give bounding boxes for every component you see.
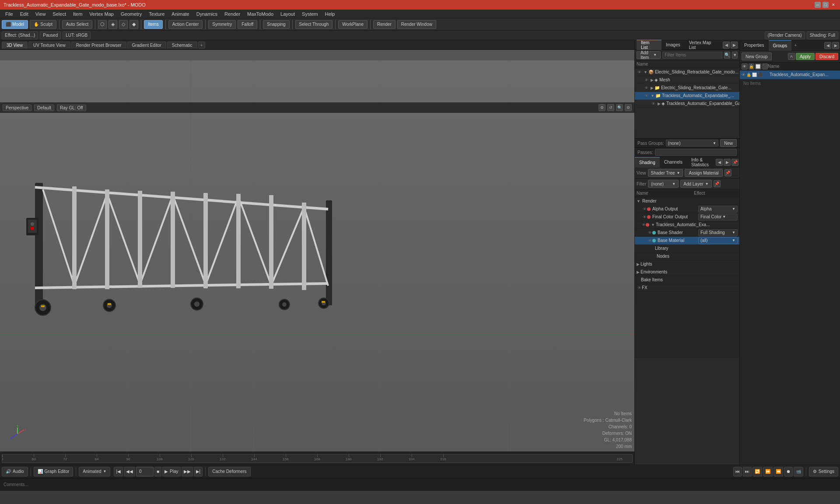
default-button[interactable]: Default	[34, 105, 54, 111]
pb-icon-5[interactable]: ⏪	[774, 467, 783, 476]
action-center-button[interactable]: Action Center	[168, 20, 203, 29]
prev-key-button[interactable]: ◀◀	[124, 467, 135, 476]
settings-button[interactable]: ⚙ Settings	[809, 467, 838, 476]
menu-help[interactable]: Help	[322, 10, 339, 18]
menu-dynamics[interactable]: Dynamics	[193, 10, 221, 18]
shader-base-material[interactable]: 👁 Base Material (all) ▼	[635, 237, 739, 245]
effect-button[interactable]: Effect: (Shad...)	[2, 32, 38, 39]
filter-items-input[interactable]	[662, 52, 722, 59]
groups-col-icon-3[interactable]: ⬜	[755, 63, 761, 70]
pb-icon-2[interactable]: ⏭	[743, 467, 752, 476]
shader-nodes[interactable]: Nodes	[635, 252, 739, 260]
tab-info-statistics[interactable]: Info & Statistics	[687, 157, 716, 168]
play-button[interactable]: ▶ Play	[162, 467, 180, 476]
shader-environments[interactable]: ▶ Environments	[635, 268, 739, 276]
tree-item-trackless[interactable]: 👁 ▼ 📁 Trackless_Automatic_Expandable_...	[635, 92, 739, 100]
shader-lights[interactable]: ▶ Lights	[635, 260, 739, 268]
select-through-button[interactable]: Select Through	[295, 20, 333, 29]
tab-item-list[interactable]: Item List	[637, 40, 662, 50]
new-pass-group-button[interactable]: New	[720, 139, 737, 147]
shader-render[interactable]: ▼ Render	[635, 197, 739, 205]
shading-panel-pin[interactable]: 📌	[732, 159, 738, 166]
menu-geometry[interactable]: Geometry	[117, 10, 145, 18]
viewport-settings-icon[interactable]: ⚙	[598, 104, 606, 111]
comments-input[interactable]	[4, 482, 836, 487]
menu-maxtomodo[interactable]: MaxToModo	[244, 10, 277, 18]
render-window-button[interactable]: Render Window	[397, 20, 436, 29]
filter-dropdown[interactable]: (none) ▼	[648, 180, 679, 188]
tab-channels[interactable]: Channels	[660, 157, 687, 168]
tab-schematic[interactable]: Schematic	[167, 42, 197, 49]
pb-icon-6[interactable]: ⏺	[784, 467, 793, 476]
tree-item-mesh[interactable]: 👁 ▶ ◈ Mesh	[635, 76, 739, 84]
go-start-button[interactable]: |◀	[114, 467, 123, 476]
groups-icon-2[interactable]: ▶	[832, 42, 839, 49]
shader-fx[interactable]: 👁 FX	[635, 284, 739, 292]
perspective-button[interactable]: Perspective	[3, 105, 32, 111]
alpha-dropdown[interactable]: Alpha ▼	[698, 206, 738, 213]
viewport-reset-icon[interactable]: ↺	[607, 104, 614, 111]
close-button[interactable]: ✕	[830, 2, 836, 8]
stop-button[interactable]: ■	[154, 467, 161, 476]
tool-icon-4[interactable]: ◆	[130, 20, 138, 29]
shading-filter-icon[interactable]: 📌	[724, 169, 732, 176]
frame-counter[interactable]: 0	[136, 467, 154, 476]
add-layer-button[interactable]: Add Layer ▼	[680, 180, 712, 188]
render-button[interactable]: Render	[373, 20, 396, 29]
final-color-dropdown[interactable]: Final Color ▼	[698, 214, 738, 220]
shader-alpha-output[interactable]: 👁 Alpha Output Alpha ▼	[635, 205, 739, 213]
go-end-button[interactable]: ▶|	[194, 467, 203, 476]
groups-icon-1[interactable]: ◀	[824, 42, 831, 49]
tab-groups[interactable]: Groups	[769, 40, 792, 51]
groups-col-icon-2[interactable]: 🔒	[749, 63, 755, 70]
pass-groups-value[interactable]: (none) ▼	[666, 140, 718, 147]
shader-base-shader[interactable]: 👁 Base Shader Full Shading ▼	[635, 229, 739, 237]
tool-icon-1[interactable]: ⬡	[98, 20, 107, 29]
ray-gl-button[interactable]: Ray GL: Off	[57, 105, 86, 111]
tab-render-preset-browser[interactable]: Render Preset Browser	[71, 42, 126, 49]
groups-col-icon-1[interactable]: 👁	[742, 63, 748, 70]
menu-layout[interactable]: Layout	[277, 10, 298, 18]
maximize-button[interactable]: □	[822, 2, 829, 8]
falloff-button[interactable]: Falloff	[238, 20, 257, 29]
auto-select-button[interactable]: Auto Select	[62, 20, 92, 29]
shader-trackless[interactable]: 👁 ▼ Trackless_Automatic_Exa...	[635, 221, 739, 229]
lut-button[interactable]: LUT: sRGB	[63, 32, 91, 39]
minimize-button[interactable]: ─	[815, 2, 821, 8]
shading-panel-icon-1[interactable]: ◀	[716, 159, 723, 166]
menu-animate[interactable]: Animate	[168, 10, 192, 18]
apply-button[interactable]: Apply	[796, 53, 815, 60]
menu-vertex-map[interactable]: Vertex Map	[86, 10, 117, 18]
menu-edit[interactable]: Edit	[17, 10, 32, 18]
new-group-button[interactable]: New Group	[742, 52, 772, 60]
groups-col-icon-4[interactable]: ⬛	[762, 63, 768, 70]
menu-file[interactable]: File	[2, 10, 17, 18]
menu-view[interactable]: View	[32, 10, 49, 18]
viewport-more-icon[interactable]: ⚙	[625, 104, 632, 111]
base-shader-dropdown[interactable]: Full Shading ▼	[698, 229, 738, 236]
sculpt-mode-button[interactable]: ✋ Sculpt	[30, 20, 56, 29]
3d-viewport[interactable]: Perspective Default Ray GL: Off ⚙ ↺ 🔍 ⚙	[0, 50, 634, 452]
discard-button[interactable]: Discard	[816, 53, 838, 60]
tool-icon-3[interactable]: ◇	[119, 20, 128, 29]
tree-item-root[interactable]: 👁 ▼ 📦 Electric_Sliding_Retractable_Gate_…	[635, 68, 739, 76]
tab-uv-texture-view[interactable]: UV Texture View	[28, 42, 70, 49]
passes-value[interactable]	[655, 149, 737, 156]
menu-texture[interactable]: Texture	[145, 10, 168, 18]
group-item-trackless[interactable]: 👁 🔒 ⬜ ⬛ Trackless_Automatic_Expan...	[740, 70, 840, 79]
render-camera-button[interactable]: (Render Camera)	[765, 32, 805, 39]
shader-bake-items[interactable]: Bake Items	[635, 276, 739, 284]
next-key-button[interactable]: ▶▶	[182, 467, 193, 476]
tab-properties[interactable]: Properties	[740, 40, 769, 51]
tab-3d-view[interactable]: 3D View	[2, 42, 28, 49]
shader-library[interactable]: Library	[635, 245, 739, 252]
menu-select[interactable]: Select	[49, 10, 70, 18]
timeline-ruler[interactable]: 0 60 72 84 96 108 120 132 144 156	[2, 454, 633, 463]
paused-button[interactable]: Paused	[40, 32, 61, 39]
filter-options[interactable]: ▼	[732, 52, 738, 59]
pb-icon-3[interactable]: 🔁	[752, 467, 762, 476]
shader-final-color[interactable]: 👁 Final Color Output Final Color ▼	[635, 213, 739, 221]
pb-icon-1[interactable]: ⏮	[733, 467, 742, 476]
model-mode-button[interactable]: ⬛ Model	[2, 20, 28, 29]
menu-system[interactable]: System	[298, 10, 322, 18]
